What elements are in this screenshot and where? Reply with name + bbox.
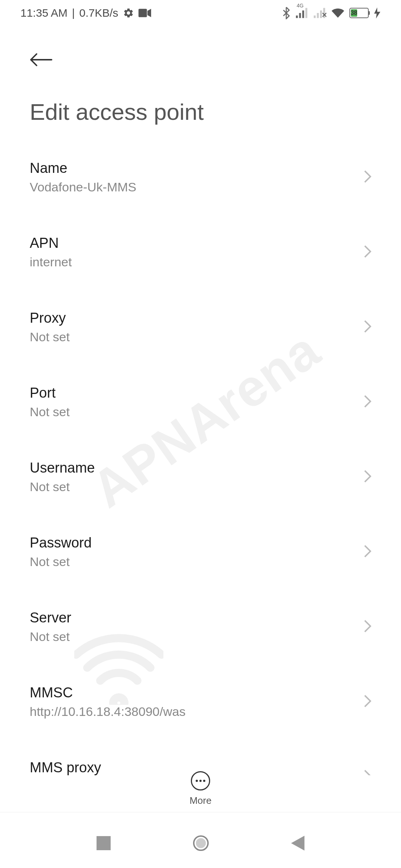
setting-value: http://10.16.18.4:38090/was xyxy=(30,704,186,719)
setting-name[interactable]: Name Vodafone-Uk-MMS xyxy=(30,140,371,215)
setting-label: APN xyxy=(30,235,72,251)
chevron-right-icon xyxy=(364,470,371,484)
nav-back-button[interactable] xyxy=(291,836,304,852)
chevron-right-icon xyxy=(364,545,371,559)
svg-rect-1 xyxy=(296,16,298,18)
chevron-right-icon xyxy=(364,620,371,634)
setting-label: Password xyxy=(30,535,92,551)
back-button[interactable] xyxy=(30,52,53,68)
status-left: 11:35 AM | 0.7KB/s xyxy=(20,7,151,19)
svg-rect-6 xyxy=(317,13,319,18)
bottom-action-bar: More xyxy=(0,771,401,812)
svg-rect-4 xyxy=(306,8,307,18)
setting-value: Not set xyxy=(30,330,70,344)
svg-rect-0 xyxy=(138,9,147,17)
setting-password[interactable]: Password Not set xyxy=(30,514,371,589)
setting-value: internet xyxy=(30,255,72,269)
setting-value: Not set xyxy=(30,405,70,419)
settings-list: Name Vodafone-Uk-MMS APN internet Proxy … xyxy=(0,140,401,775)
chevron-right-icon xyxy=(364,395,371,409)
status-right: 4G 38 xyxy=(282,7,381,19)
svg-rect-3 xyxy=(302,10,304,18)
setting-value: Vodafone-Uk-MMS xyxy=(30,180,136,194)
chevron-right-icon xyxy=(364,245,371,259)
setting-port[interactable]: Port Not set xyxy=(30,365,371,440)
wifi-icon xyxy=(332,8,344,18)
svg-point-11 xyxy=(196,838,206,848)
chevron-right-icon xyxy=(364,695,371,709)
page-title: Edit access point xyxy=(0,80,401,140)
more-button[interactable]: More xyxy=(189,771,211,806)
setting-server[interactable]: Server Not set xyxy=(30,589,371,664)
chevron-right-icon xyxy=(364,770,371,775)
nav-home-button[interactable] xyxy=(192,835,209,853)
charging-icon xyxy=(374,7,381,19)
setting-value: Not set xyxy=(30,555,92,569)
setting-label: Name xyxy=(30,160,136,176)
battery-icon: 38 xyxy=(349,8,369,18)
setting-value: Not set xyxy=(30,480,95,494)
more-label: More xyxy=(189,795,211,806)
setting-apn[interactable]: APN internet xyxy=(30,215,371,290)
signal-secondary-icon xyxy=(314,8,326,18)
navigation-bar xyxy=(0,820,401,868)
svg-rect-2 xyxy=(299,13,301,18)
setting-label: MMS proxy xyxy=(30,760,101,775)
status-speed: 0.7KB/s xyxy=(79,7,118,19)
setting-label: Username xyxy=(30,460,95,476)
setting-label: Port xyxy=(30,385,70,401)
status-time: 11:35 AM xyxy=(20,7,68,19)
setting-mms-proxy[interactable]: MMS proxy 10.16.18.77 xyxy=(30,739,371,775)
chevron-right-icon xyxy=(364,320,371,334)
svg-rect-9 xyxy=(97,836,111,850)
setting-username[interactable]: Username Not set xyxy=(30,440,371,514)
setting-value: Not set xyxy=(30,629,71,644)
gear-icon xyxy=(123,7,134,19)
setting-mmsc[interactable]: MMSC http://10.16.18.4:38090/was xyxy=(30,664,371,739)
status-separator: | xyxy=(72,7,75,19)
camera-icon xyxy=(138,9,151,17)
nav-recent-button[interactable] xyxy=(97,836,111,852)
setting-label: MMSC xyxy=(30,685,186,701)
app-bar xyxy=(0,26,401,80)
setting-proxy[interactable]: Proxy Not set xyxy=(30,290,371,365)
bluetooth-icon xyxy=(282,7,291,19)
setting-label: Proxy xyxy=(30,310,70,326)
status-bar: 11:35 AM | 0.7KB/s 4G 38 xyxy=(0,0,401,26)
chevron-right-icon xyxy=(364,170,371,184)
setting-label: Server xyxy=(30,610,71,626)
signal-4g-icon: 4G xyxy=(296,8,309,18)
svg-rect-7 xyxy=(320,10,322,18)
svg-rect-5 xyxy=(314,16,316,18)
